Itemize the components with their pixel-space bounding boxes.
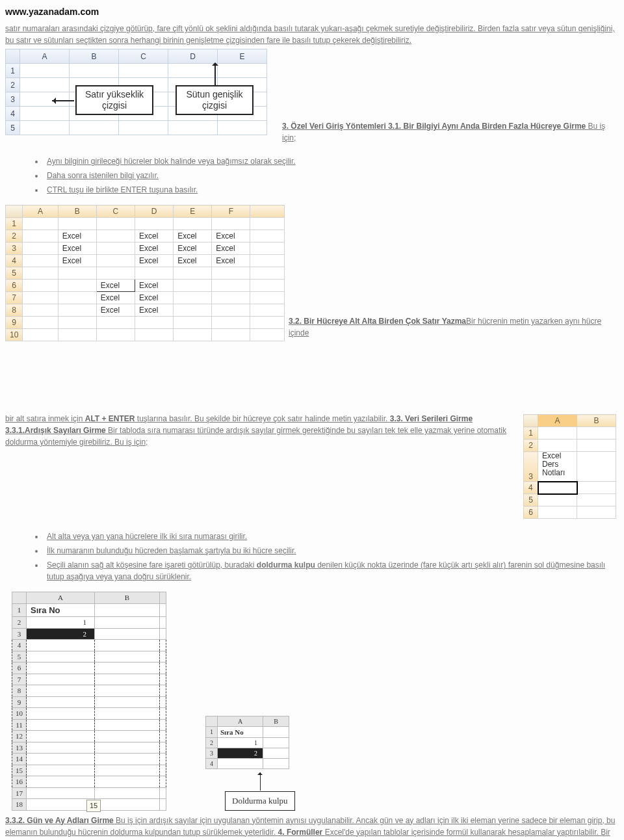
fig2-cell-B2: Excel: [58, 230, 96, 243]
section-4-heading: 4. Formüller: [278, 828, 325, 837]
fig4a-cell-A13: [27, 742, 95, 754]
fig4a-cell-A7: [27, 674, 95, 685]
fig2-col-B: B: [58, 205, 96, 218]
fig2-cell-E9: [174, 317, 212, 329]
fig2-cell-F10: [212, 329, 250, 341]
fig2-cell-B5: [58, 267, 96, 280]
fig4b-col-B: B: [263, 716, 289, 726]
fig2-cell-C1: [96, 218, 135, 230]
fig2-cell-B10: [58, 329, 96, 341]
fig2-cell-C2: [96, 230, 135, 243]
fig4a-row-6: 6: [12, 663, 27, 674]
fig4a-cell-A8: [27, 685, 95, 697]
fig2-row-5: 5: [6, 267, 23, 280]
fig4a-row-17: 17: [12, 787, 27, 799]
fig4a-row-3: 3: [12, 628, 27, 640]
fig2-cell-C10: [96, 329, 135, 341]
fig2-cell-A7: [23, 292, 58, 304]
fig2-row-3: 3: [6, 243, 23, 255]
fig4a-row-14: 14: [12, 754, 27, 765]
fig1-col-D: D: [168, 49, 218, 64]
fig1-row-4: 4: [6, 107, 20, 121]
fig2-cell-A1: [23, 218, 58, 230]
section-3-3-2-heading: 3.3.2. Gün ve Ay Adları Girme: [5, 816, 116, 825]
callout-col-width: Sütun genişlik çizgisi: [176, 85, 254, 115]
fig4a-cell-A14: [27, 754, 95, 765]
fig2-row-9: 9: [6, 317, 23, 329]
fig4b-corner: [206, 716, 218, 726]
bullet-3-3-a: Alt alta veya yan yana hücrelere ilk iki…: [44, 531, 619, 542]
fig4b-val-2: 2: [218, 748, 263, 759]
fig2-cell-F1: [212, 218, 250, 230]
fig2-cell-F7: [212, 292, 250, 304]
fig2-cell-A4: [23, 255, 58, 267]
fig4a-row-9: 9: [12, 696, 27, 708]
fig2-cell-E6: [174, 280, 212, 292]
fig2-cell-B6: [58, 280, 96, 292]
fig2-cell-B3: Excel: [58, 243, 96, 255]
fig4a-cell-A17: [27, 787, 95, 799]
fig2-cell-F6: [212, 280, 250, 292]
fig3-corner: [524, 415, 538, 427]
fig2-cell-B1: [58, 218, 96, 230]
fig4a-cell-A18: [27, 799, 95, 811]
fig2-cell-D9: [135, 317, 174, 329]
fig4a-row-18: 18: [12, 799, 27, 811]
fig2-cell-E4: Excel: [174, 255, 212, 267]
fig1-corner: [6, 49, 20, 64]
alt-enter-key: ALT + ENTER: [85, 414, 135, 423]
fig2-cell-E3: Excel: [174, 243, 212, 255]
callout-row-height: Satır yükseklik çizgisi: [75, 85, 153, 115]
fig4a-cell-A5: [27, 651, 95, 663]
fig2-row-10: 10: [6, 329, 23, 341]
fig4b-row-1: 1: [206, 726, 218, 738]
fig3-grid: AB 1 2 3ExcelDersNotları 4 5 6: [523, 414, 616, 519]
bullet-3-1-a: Aynı bilginin girileceği hücreler blok h…: [44, 155, 619, 167]
figure-fill-series-large: AB1Sıra No2132456789101112131415161718 1…: [12, 592, 166, 811]
fig2-cell-A3: [23, 243, 58, 255]
fig1-col-B: B: [70, 49, 119, 64]
fig4a-col-B: B: [95, 592, 160, 604]
fig2-cell-C8: Excel: [96, 304, 135, 317]
fig4a-cell-A6: [27, 663, 95, 674]
fig2-row-2: 2: [6, 230, 23, 243]
fig4a-row-11: 11: [12, 719, 27, 731]
fig4a-row-2: 2: [12, 617, 27, 629]
fig4a-cell-A4: [27, 640, 95, 651]
fig4b-header-cell: Sıra No: [218, 726, 263, 738]
fig2-cell-D10: [135, 329, 174, 341]
fig4b-row-4: 4: [206, 759, 218, 769]
fig2-cell-A6: [23, 280, 58, 292]
fig2-cell-A5: [23, 267, 58, 280]
bullet-3-3-c-pre: Seçili alanın sağ alt köşesine fare işar…: [47, 560, 257, 570]
fig4a-row-13: 13: [12, 742, 27, 754]
fig4b-col-A: A: [218, 716, 263, 726]
fig4a-cell-A10: [27, 708, 95, 720]
sec-3-3-2-paragraph: 3.3.2. Gün ve Ay Adları Girme Bu iş için…: [5, 815, 619, 841]
fig2-cell-E1: [174, 218, 212, 230]
fig4a-row-12: 12: [12, 731, 27, 742]
fig1-row-3: 3: [6, 92, 20, 107]
fig4a-row-4: 4: [12, 640, 27, 651]
fig2-cell-B4: Excel: [58, 255, 96, 267]
figure-fill-handle: AB 1Sıra No 21 32 4 Doldurma kulpu: [205, 716, 295, 811]
bullet-3-3-c-bold: doldurma kulpu: [257, 560, 315, 570]
section-3-2-heading: 3.2. Bir Hücreye Alt Alta Birden Çok Sat…: [289, 317, 466, 326]
fig4b-grid: AB 1Sıra No 21 32 4: [205, 716, 289, 770]
fig2-col-A: A: [23, 205, 58, 218]
fig1-row-5: 5: [6, 121, 20, 135]
fig2-cell-A9: [23, 317, 58, 329]
figure-row-col-resize: A B C D E 1 2 3 4 5 Satır yükseklik çizg…: [5, 49, 278, 146]
bullets-3-1: Aynı bilginin girileceği hücreler blok h…: [44, 155, 619, 196]
fig3-row-5: 5: [524, 494, 538, 506]
fig2-cell-F8: [212, 304, 250, 317]
section-3-heading: 3. Özel Veri Giriş Yöntemleri 3.1. Bir B…: [282, 122, 588, 131]
figure-multiline-cell: AB 1 2 3ExcelDersNotları 4 5 6: [523, 414, 616, 519]
fig2-col-E: E: [174, 205, 212, 218]
fig2-cell-D3: Excel: [135, 243, 174, 255]
fig2-cell-F9: [212, 317, 250, 329]
alt-enter-post: tuşlarına basılır. Bu şekilde bir hücrey…: [135, 414, 388, 423]
intro-paragraph: satır numaraları arasındaki çizgiye götü…: [5, 23, 619, 46]
fig3-col-A: A: [538, 415, 577, 427]
fig2-cell-E8: [174, 304, 212, 317]
